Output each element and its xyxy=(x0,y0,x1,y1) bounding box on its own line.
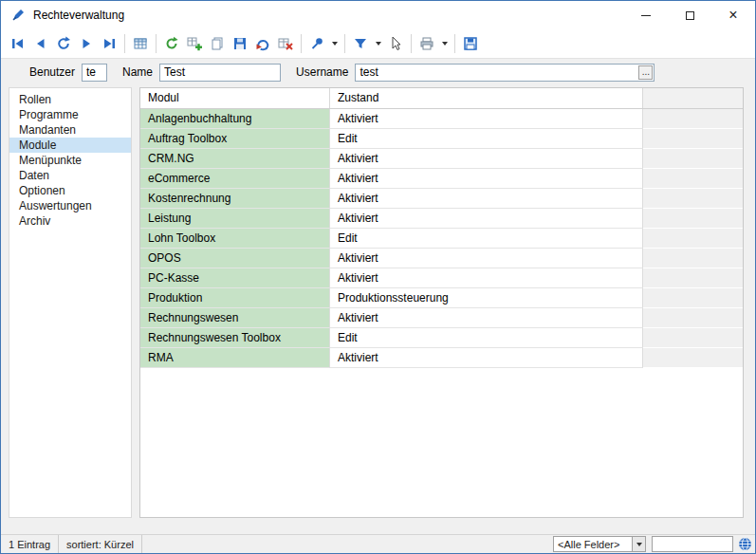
new-record-button[interactable] xyxy=(183,32,206,55)
close-button[interactable]: × xyxy=(711,1,755,29)
refresh-record-icon xyxy=(56,36,71,51)
cell-modul[interactable]: Rechnungswesen xyxy=(140,308,330,328)
cell-zustand[interactable]: Aktiviert xyxy=(330,149,643,169)
cell-filler xyxy=(643,189,743,209)
combo-dropdown-button[interactable] xyxy=(632,537,645,551)
column-header-modul[interactable]: Modul xyxy=(140,88,330,108)
cell-zustand[interactable]: Aktiviert xyxy=(330,109,643,129)
pin-dropdown-button[interactable] xyxy=(328,32,341,55)
sidebar-item-optionen[interactable]: Optionen xyxy=(9,183,131,198)
sidebar-item-menuepunkte[interactable]: Menüpunkte xyxy=(9,153,131,168)
sidebar-item-mandanten[interactable]: Mandanten xyxy=(9,122,131,138)
table-row[interactable]: Auftrag ToolboxEdit xyxy=(140,129,743,149)
column-header-zustand[interactable]: Zustand xyxy=(330,88,643,108)
undo-button[interactable] xyxy=(251,32,274,55)
record-form: Benutzer Name Username ... xyxy=(1,58,755,85)
cell-modul[interactable]: Anlagenbuchhaltung xyxy=(140,109,330,129)
minimize-button[interactable] xyxy=(624,1,668,29)
cell-zustand[interactable]: Aktiviert xyxy=(330,348,643,368)
cell-filler xyxy=(643,109,743,129)
pin-button[interactable] xyxy=(305,32,328,55)
sidebar-item-module[interactable]: Module xyxy=(9,138,131,153)
table-row[interactable]: OPOSAktiviert xyxy=(140,249,743,268)
name-input[interactable] xyxy=(159,64,281,82)
cell-modul[interactable]: Kostenrechnung xyxy=(140,189,330,209)
save-button[interactable] xyxy=(229,32,251,55)
toolbar-separator xyxy=(454,34,455,53)
nav-last-button[interactable] xyxy=(98,32,120,55)
cell-filler xyxy=(643,229,743,249)
print-icon xyxy=(419,36,434,51)
cell-modul[interactable]: CRM.NG xyxy=(140,149,330,169)
cell-modul[interactable]: eCommerce xyxy=(140,169,330,189)
table-row[interactable]: KostenrechnungAktiviert xyxy=(140,189,743,209)
table-row[interactable]: Lohn ToolboxEdit xyxy=(140,229,743,249)
table-row[interactable]: Rechnungswesen ToolboxEdit xyxy=(140,328,743,348)
copy-button[interactable] xyxy=(206,32,229,55)
cell-zustand[interactable]: Aktiviert xyxy=(330,308,643,328)
cell-zustand[interactable]: Aktiviert xyxy=(330,169,643,189)
cell-modul[interactable]: RMA xyxy=(140,348,330,368)
username-label: Username xyxy=(296,65,348,79)
cell-modul[interactable]: PC-Kasse xyxy=(140,268,330,288)
filter-dropdown-button[interactable] xyxy=(372,32,384,55)
maximize-button[interactable] xyxy=(668,1,711,29)
table-row[interactable]: CRM.NGAktiviert xyxy=(140,149,743,169)
cell-modul[interactable]: Leistung xyxy=(140,209,330,229)
chevron-down-icon xyxy=(376,42,381,46)
nav-next-button[interactable] xyxy=(75,32,98,55)
cell-zustand[interactable]: Edit xyxy=(330,129,643,149)
sidebar-item-programme[interactable]: Programme xyxy=(9,107,131,122)
select-arrow-button[interactable] xyxy=(384,32,407,55)
select-arrow-icon xyxy=(388,36,403,51)
cell-modul[interactable]: Produktion xyxy=(140,288,330,308)
sidebar-item-daten[interactable]: Daten xyxy=(9,168,131,183)
table-row[interactable]: PC-KasseAktiviert xyxy=(140,268,743,288)
cell-modul[interactable]: Lohn Toolbox xyxy=(140,229,330,249)
nav-previous-button[interactable] xyxy=(29,32,52,55)
table-row[interactable]: ProduktionProduktionssteuerung xyxy=(140,288,743,308)
table-row[interactable]: LeistungAktiviert xyxy=(140,209,743,229)
username-browse-button[interactable]: ... xyxy=(638,65,653,80)
pin-icon xyxy=(309,36,324,51)
cell-zustand[interactable]: Edit xyxy=(330,328,643,348)
toolbar-separator xyxy=(411,34,412,53)
refresh-record-button[interactable] xyxy=(52,32,75,55)
titlebar: Rechteverwaltung × xyxy=(1,1,755,29)
table-row[interactable]: RechnungswesenAktiviert xyxy=(140,308,743,328)
field-filter-combobox[interactable]: <Alle Felder> xyxy=(553,536,646,552)
sidebar-item-archiv[interactable]: Archiv xyxy=(9,213,131,229)
rechteverwaltung-window: Rechteverwaltung × xyxy=(0,0,756,554)
print-button[interactable] xyxy=(415,32,438,55)
table-row[interactable]: AnlagenbuchhaltungAktiviert xyxy=(140,109,743,129)
cell-zustand[interactable]: Aktiviert xyxy=(330,249,643,268)
sidebar-item-rollen[interactable]: Rollen xyxy=(9,92,131,107)
table-view-button[interactable] xyxy=(129,32,152,55)
filter-button[interactable] xyxy=(349,32,372,55)
cell-zustand[interactable]: Aktiviert xyxy=(330,209,643,229)
cell-zustand[interactable]: Produktionssteuerung xyxy=(330,288,643,308)
refresh-data-button[interactable] xyxy=(160,32,183,55)
benutzer-input[interactable] xyxy=(82,64,107,82)
nav-first-button[interactable] xyxy=(7,32,29,55)
table-row[interactable]: RMAAktiviert xyxy=(140,348,743,368)
cell-zustand[interactable]: Edit xyxy=(330,229,643,249)
cell-modul[interactable]: Auftrag Toolbox xyxy=(140,129,330,149)
username-input[interactable] xyxy=(355,64,655,82)
new-record-icon xyxy=(187,36,202,51)
sidebar-item-auswertungen[interactable]: Auswertungen xyxy=(9,198,131,213)
cell-zustand[interactable]: Aktiviert xyxy=(330,189,643,209)
cell-filler xyxy=(643,328,743,348)
toolbar xyxy=(1,29,755,58)
cell-modul[interactable]: Rechnungswesen Toolbox xyxy=(140,328,330,348)
save-layout-button[interactable] xyxy=(459,32,482,55)
cell-modul[interactable]: OPOS xyxy=(140,249,330,268)
table-row[interactable]: eCommerceAktiviert xyxy=(140,169,743,189)
cell-zustand[interactable]: Aktiviert xyxy=(330,268,643,288)
globe-icon[interactable] xyxy=(738,537,752,551)
print-dropdown-button[interactable] xyxy=(438,32,451,55)
quick-search-input[interactable] xyxy=(652,536,733,552)
module-table: Modul Zustand AnlagenbuchhaltungAktivier… xyxy=(139,87,744,518)
cell-filler xyxy=(643,348,743,368)
delete-record-button[interactable] xyxy=(274,32,297,55)
